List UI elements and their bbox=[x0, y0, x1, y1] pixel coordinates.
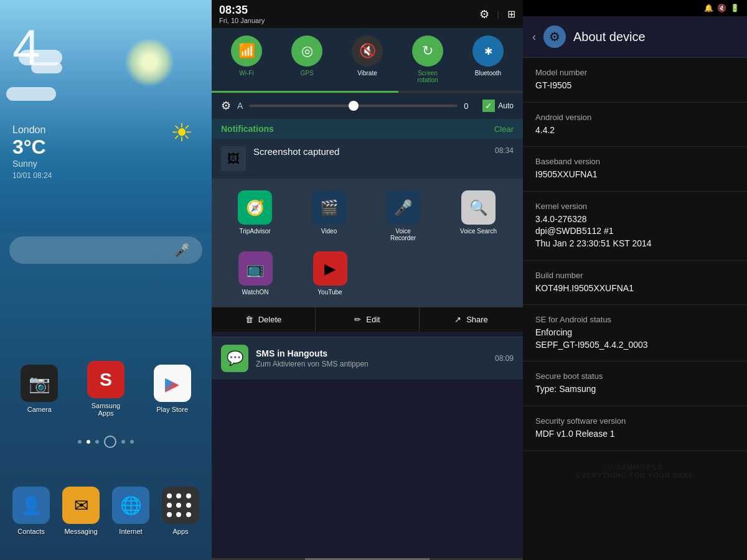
bluetooth-toggle[interactable]: ✱ Bluetooth bbox=[472, 35, 504, 83]
gps-toggle[interactable]: ◎ GPS bbox=[291, 35, 322, 83]
home-apps-row: 📷 Camera S SamsungApps ▶ Play Store bbox=[0, 355, 212, 423]
about-device-panel: 🔔 🔇 🔋 ‹ ⚙ About device Model number GT-I… bbox=[523, 0, 747, 560]
play-store-app[interactable]: ▶ Play Store bbox=[154, 365, 191, 413]
contacts-label: Contacts bbox=[17, 528, 44, 535]
vibrate-toggle[interactable]: 🔇 Vibrate bbox=[352, 35, 383, 83]
weather-sun-icon: ☀ bbox=[171, 118, 193, 147]
notification-actions: 🗑 Delete ✏ Edit ↗ Share bbox=[212, 307, 523, 332]
gps-toggle-icon[interactable]: ◎ bbox=[291, 35, 322, 67]
settings-icon[interactable]: ⚙ bbox=[479, 7, 489, 21]
dot5 bbox=[130, 440, 134, 444]
brightness-slider[interactable] bbox=[249, 105, 458, 107]
android-version-label: Android version bbox=[535, 113, 735, 122]
security-software-value: MDF v1.0 Release 1 bbox=[535, 428, 735, 441]
dot4 bbox=[121, 440, 125, 444]
about-header: ‹ ⚙ About device bbox=[523, 16, 747, 58]
baseband-version-label: Baseband version bbox=[535, 157, 735, 166]
video-label: Video bbox=[321, 228, 337, 235]
about-title: About device bbox=[573, 30, 646, 44]
contacts-icon[interactable]: 👤 bbox=[12, 487, 50, 524]
messaging-icon[interactable]: ✉ bbox=[62, 487, 100, 524]
build-number-value: KOT49H.I9505XXUFNA1 bbox=[535, 282, 735, 295]
kernel-version-label: Kernel version bbox=[535, 202, 735, 211]
back-button[interactable]: ‹ bbox=[532, 30, 536, 44]
voice-recorder-app[interactable]: 🎤 VoiceRecorder bbox=[386, 190, 420, 241]
drawer-row1: 🧭 TripAdvisor 🎬 Video 🎤 VoiceRecorder 🔍 … bbox=[218, 185, 517, 246]
wifi-label: Wi-Fi bbox=[239, 70, 253, 77]
wifi-toggle[interactable]: 📶 Wi-Fi bbox=[231, 35, 262, 83]
secure-boot-item: Secure boot status Type: Samsung bbox=[523, 362, 747, 406]
se-android-value: Enforcing SEPF_GT-I9505_4.4.2_0003 bbox=[535, 327, 735, 351]
home-date-number: 4 bbox=[12, 19, 40, 76]
home-search-bar[interactable]: 🎤 bbox=[9, 236, 202, 264]
security-software-label: Security software version bbox=[535, 416, 735, 426]
youtube-app[interactable]: ▶ YouTube bbox=[313, 251, 347, 296]
android-version-item: Android version 4.4.2 bbox=[523, 103, 747, 147]
internet-icon[interactable]: 🌐 bbox=[112, 487, 149, 524]
build-number-item: Build number KOT49H.I9505XXUFNA1 bbox=[523, 261, 747, 306]
camera-icon[interactable]: 📷 bbox=[21, 365, 58, 402]
delete-label: Delete bbox=[258, 315, 282, 324]
drawer-row2: 📺 WatchON ▶ YouTube bbox=[218, 246, 517, 301]
edit-button[interactable]: ✏ Edit bbox=[316, 307, 420, 332]
checkbox-check-icon[interactable]: ✓ bbox=[482, 100, 495, 112]
notifications-panel: 08:35 Fri, 10 January ⚙ | ⊞ 📶 Wi-Fi ◎ GP… bbox=[212, 0, 523, 560]
voice-search-app[interactable]: 🔍 Voice Search bbox=[460, 190, 497, 241]
model-number-item: Model number GT-I9505 bbox=[523, 58, 747, 103]
play-store-icon[interactable]: ▶ bbox=[154, 365, 191, 402]
weather-widget: London 3°C Sunny 10/01 08:24 bbox=[12, 124, 52, 180]
kernel-version-value: 3.4.0-276328 dpi@SWDB5112 #1 Thu Jan 2 2… bbox=[535, 213, 735, 250]
screenshot-notification[interactable]: 🖼 Screenshot captured 08:34 bbox=[212, 139, 523, 179]
watchon-app[interactable]: 📺 WatchON bbox=[238, 251, 273, 296]
youtube-label: YouTube bbox=[317, 289, 342, 296]
gps-label: GPS bbox=[300, 70, 313, 77]
samsung-apps-icon[interactable]: S bbox=[87, 361, 125, 398]
brightness-thumb[interactable] bbox=[349, 101, 359, 111]
watchon-label: WatchON bbox=[242, 289, 269, 296]
rotation-toggle-icon[interactable]: ↻ bbox=[412, 35, 443, 67]
model-number-label: Model number bbox=[535, 68, 735, 77]
screenshot-content: Screenshot captured bbox=[253, 146, 487, 157]
internet-app[interactable]: 🌐 Internet bbox=[112, 487, 149, 535]
cloud3 bbox=[6, 87, 56, 101]
about-status-bar: 🔔 🔇 🔋 bbox=[523, 0, 747, 16]
sms-text: Zum Aktivieren von SMS antippen bbox=[256, 360, 487, 368]
watchon-icon[interactable]: 📺 bbox=[238, 251, 273, 286]
clear-button[interactable]: Clear bbox=[494, 124, 514, 134]
wifi-toggle-icon[interactable]: 📶 bbox=[231, 35, 262, 67]
tripadvisor-label: TripAdvisor bbox=[239, 228, 270, 235]
settings-gear-icon: ⚙ bbox=[543, 26, 566, 48]
internet-label: Internet bbox=[119, 528, 142, 535]
vibrate-toggle-icon[interactable]: 🔇 bbox=[352, 35, 383, 67]
microphone-icon[interactable]: 🎤 bbox=[174, 243, 190, 258]
weather-temp: 3°C bbox=[12, 136, 52, 159]
kernel-version-item: Kernel version 3.4.0-276328 dpi@SWDB5112… bbox=[523, 192, 747, 261]
video-app[interactable]: 🎬 Video bbox=[312, 190, 346, 241]
rotation-toggle[interactable]: ↻ Screenrotation bbox=[412, 35, 443, 83]
empty-slot2 bbox=[463, 251, 497, 296]
video-icon[interactable]: 🎬 bbox=[312, 190, 346, 225]
sms-notification[interactable]: 💬 SMS in Hangouts Zum Aktivieren von SMS… bbox=[212, 337, 523, 380]
auto-brightness-checkbox[interactable]: ✓ Auto bbox=[482, 100, 514, 112]
model-number-value: GT-I9505 bbox=[535, 80, 735, 92]
contacts-app[interactable]: 👤 Contacts bbox=[12, 487, 50, 535]
grid-icon[interactable]: ⊞ bbox=[507, 8, 515, 20]
apps-grid-icon[interactable] bbox=[162, 487, 199, 524]
sun bbox=[125, 37, 174, 87]
voice-search-label: Voice Search bbox=[460, 228, 497, 235]
tripadvisor-app[interactable]: 🧭 TripAdvisor bbox=[238, 190, 272, 241]
apps-drawer[interactable]: Apps bbox=[162, 487, 199, 535]
messaging-label: Messaging bbox=[64, 528, 97, 535]
share-button[interactable]: ↗ Share bbox=[420, 307, 523, 332]
samsung-apps-app[interactable]: S SamsungApps bbox=[87, 361, 125, 417]
messaging-app[interactable]: ✉ Messaging bbox=[62, 487, 100, 535]
voice-recorder-icon[interactable]: 🎤 bbox=[386, 190, 420, 225]
delete-button[interactable]: 🗑 Delete bbox=[212, 307, 316, 332]
apps-label: Apps bbox=[172, 528, 188, 535]
voice-search-icon[interactable]: 🔍 bbox=[461, 190, 496, 225]
camera-app[interactable]: 📷 Camera bbox=[21, 365, 58, 413]
watermark-text: ⬡ SAMMOBILE EVERYTHING FOR YOUR SAKE bbox=[535, 464, 735, 479]
youtube-icon[interactable]: ▶ bbox=[313, 251, 347, 286]
tripadvisor-icon[interactable]: 🧭 bbox=[238, 190, 272, 225]
bluetooth-toggle-icon[interactable]: ✱ bbox=[472, 35, 504, 67]
